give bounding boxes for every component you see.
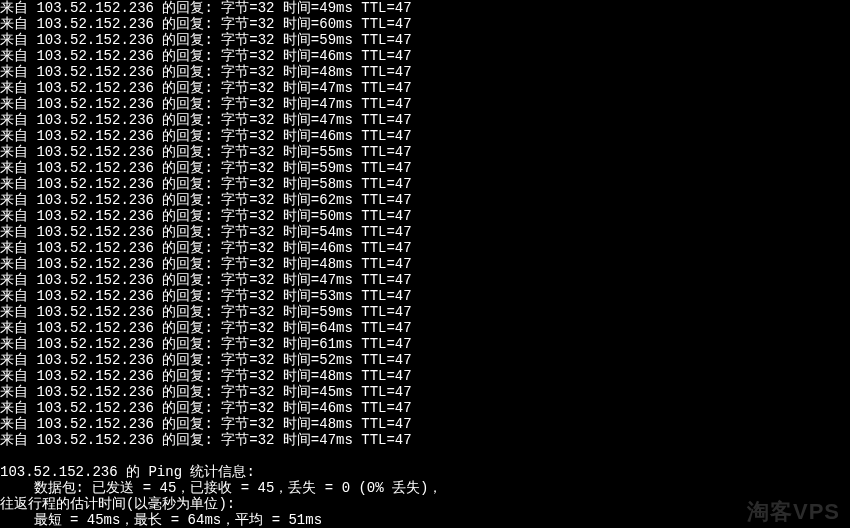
ping-reply-line: 来自 103.52.152.236 的回复: 字节=32 时间=46ms TTL… [0, 128, 850, 144]
ping-reply-line: 来自 103.52.152.236 的回复: 字节=32 时间=59ms TTL… [0, 32, 850, 48]
ping-reply-line: 来自 103.52.152.236 的回复: 字节=32 时间=46ms TTL… [0, 240, 850, 256]
ping-reply-line: 来自 103.52.152.236 的回复: 字节=32 时间=47ms TTL… [0, 112, 850, 128]
ping-reply-line: 来自 103.52.152.236 的回复: 字节=32 时间=60ms TTL… [0, 16, 850, 32]
ping-reply-line: 来自 103.52.152.236 的回复: 字节=32 时间=46ms TTL… [0, 48, 850, 64]
ping-reply-line: 来自 103.52.152.236 的回复: 字节=32 时间=55ms TTL… [0, 144, 850, 160]
ping-stats-rtt-header: 往返行程的估计时间(以毫秒为单位): [0, 496, 850, 512]
ping-reply-line: 来自 103.52.152.236 的回复: 字节=32 时间=48ms TTL… [0, 368, 850, 384]
ping-reply-line: 来自 103.52.152.236 的回复: 字节=32 时间=47ms TTL… [0, 432, 850, 448]
ping-reply-line: 来自 103.52.152.236 的回复: 字节=32 时间=64ms TTL… [0, 320, 850, 336]
ping-reply-line: 来自 103.52.152.236 的回复: 字节=32 时间=48ms TTL… [0, 416, 850, 432]
ping-reply-line: 来自 103.52.152.236 的回复: 字节=32 时间=46ms TTL… [0, 400, 850, 416]
ping-reply-line: 来自 103.52.152.236 的回复: 字节=32 时间=54ms TTL… [0, 224, 850, 240]
ping-reply-line: 来自 103.52.152.236 的回复: 字节=32 时间=47ms TTL… [0, 80, 850, 96]
ping-reply-line: 来自 103.52.152.236 的回复: 字节=32 时间=59ms TTL… [0, 304, 850, 320]
ping-reply-line: 来自 103.52.152.236 的回复: 字节=32 时间=47ms TTL… [0, 96, 850, 112]
ping-reply-line: 来自 103.52.152.236 的回复: 字节=32 时间=58ms TTL… [0, 176, 850, 192]
terminal-output: 来自 103.52.152.236 的回复: 字节=32 时间=49ms TTL… [0, 0, 850, 528]
ping-stats-packets: 数据包: 已发送 = 45，已接收 = 45，丢失 = 0 (0% 丢失)， [0, 480, 850, 496]
ping-reply-line: 来自 103.52.152.236 的回复: 字节=32 时间=45ms TTL… [0, 384, 850, 400]
ping-stats-header: 103.52.152.236 的 Ping 统计信息: [0, 464, 850, 480]
ping-reply-line: 来自 103.52.152.236 的回复: 字节=32 时间=49ms TTL… [0, 0, 850, 16]
ping-reply-line: 来自 103.52.152.236 的回复: 字节=32 时间=50ms TTL… [0, 208, 850, 224]
ping-reply-line: 来自 103.52.152.236 的回复: 字节=32 时间=48ms TTL… [0, 64, 850, 80]
blank-line [0, 448, 850, 464]
ping-reply-line: 来自 103.52.152.236 的回复: 字节=32 时间=53ms TTL… [0, 288, 850, 304]
ping-reply-line: 来自 103.52.152.236 的回复: 字节=32 时间=52ms TTL… [0, 352, 850, 368]
ping-reply-line: 来自 103.52.152.236 的回复: 字节=32 时间=48ms TTL… [0, 256, 850, 272]
ping-reply-line: 来自 103.52.152.236 的回复: 字节=32 时间=62ms TTL… [0, 192, 850, 208]
ping-reply-line: 来自 103.52.152.236 的回复: 字节=32 时间=47ms TTL… [0, 272, 850, 288]
ping-reply-line: 来自 103.52.152.236 的回复: 字节=32 时间=59ms TTL… [0, 160, 850, 176]
ping-stats-rtt-values: 最短 = 45ms，最长 = 64ms，平均 = 51ms [0, 512, 850, 528]
ping-reply-line: 来自 103.52.152.236 的回复: 字节=32 时间=61ms TTL… [0, 336, 850, 352]
